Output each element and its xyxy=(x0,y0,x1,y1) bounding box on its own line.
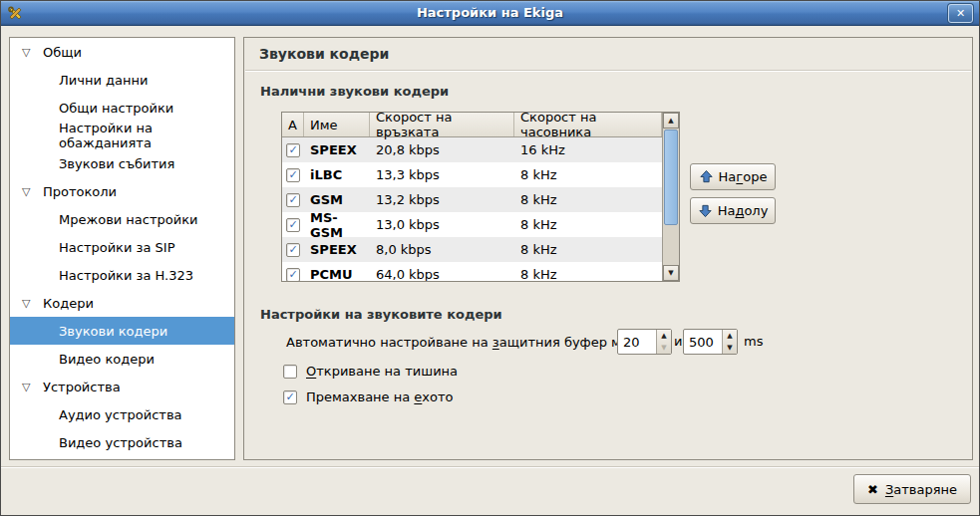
codec-active-checkbox[interactable]: ✓ xyxy=(286,193,300,207)
echo-cancellation-checkbox[interactable]: ✓ xyxy=(283,390,297,404)
check-icon: ✓ xyxy=(288,168,297,181)
sidebar-item-audio-codecs[interactable]: Звукови кодери xyxy=(10,317,234,345)
check-icon: ✓ xyxy=(285,390,294,403)
silence-detection-checkbox[interactable] xyxy=(283,365,297,379)
sidebar-item-general-group[interactable]: ▽Общи xyxy=(10,38,234,66)
move-down-label: Надолу xyxy=(718,203,769,218)
table-row[interactable]: ✓ iLBC 13,3 kbps 8 kHz xyxy=(282,162,662,187)
codec-active-checkbox[interactable]: ✓ xyxy=(286,218,300,232)
sidebar-item-label: Аудио устройства xyxy=(59,407,182,422)
codec-bitrate: 20,8 kbps xyxy=(370,142,514,157)
jitter-max-spinner: ▲ ▼ xyxy=(683,329,738,355)
spin-down-icon[interactable]: ▼ xyxy=(657,342,671,354)
move-up-label: Нагоре xyxy=(719,169,768,184)
sidebar-item-label: Кодери xyxy=(43,296,94,311)
codec-bitrate: 64,0 kbps xyxy=(370,267,514,282)
expander-icon[interactable]: ▽ xyxy=(22,47,36,58)
spin-up-icon[interactable]: ▲ xyxy=(657,330,671,342)
codec-bitrate: 13,3 kbps xyxy=(370,167,514,182)
table-row[interactable]: ✓ GSM 13,2 kbps 8 kHz xyxy=(282,187,662,212)
column-header-active[interactable]: A xyxy=(282,113,304,136)
table-row[interactable]: ✓ SPEEX 8,0 kbps 8 kHz xyxy=(282,237,662,262)
sidebar-item-video-devices[interactable]: Видео устройства xyxy=(10,428,234,456)
sidebar-item-video-codecs[interactable]: Видео кодери xyxy=(10,345,234,373)
codec-clockrate: 8 kHz xyxy=(514,267,662,282)
check-icon: ✓ xyxy=(288,218,297,231)
sidebar-item-label: Видео кодери xyxy=(59,352,155,367)
codec-active-checkbox[interactable]: ✓ xyxy=(286,168,300,182)
echo-cancellation-label: Премахване на ехото xyxy=(306,389,454,404)
sidebar-item-general-settings[interactable]: Общи настройки xyxy=(10,94,234,122)
codecs-section-title: Налични звукови кодери xyxy=(260,84,449,99)
codec-name: PCMU xyxy=(304,267,370,282)
expander-icon[interactable]: ▽ xyxy=(22,186,36,197)
codec-clockrate: 16 kHz xyxy=(514,142,662,157)
table-row[interactable]: ✓ SPEEX 20,8 kbps 16 kHz xyxy=(282,137,662,162)
sidebar-item-label: Протоколи xyxy=(43,184,117,199)
sidebar-item-call-options[interactable]: Настройки на обажданията xyxy=(10,122,234,149)
codec-name: SPEEX xyxy=(304,142,370,157)
window-title: Настройки на Ekiga xyxy=(1,5,979,20)
codec-bitrate: 13,2 kbps xyxy=(370,192,514,207)
up-arrow-icon xyxy=(699,169,714,184)
silence-detection-label: Откриване на тишина xyxy=(306,364,458,379)
sidebar-item-audio-devices[interactable]: Аудио устройства xyxy=(10,400,234,428)
sidebar-item-label: Общи настройки xyxy=(59,101,173,116)
codec-table: A Име Скорост на връзката Скорост на час… xyxy=(281,112,680,282)
sidebar-item-label: Настройки на обажданията xyxy=(59,121,234,150)
close-icon[interactable]: ✕ xyxy=(948,4,973,23)
scroll-up-icon[interactable]: ▲ xyxy=(663,113,679,129)
expander-icon[interactable]: ▽ xyxy=(22,298,36,309)
column-header-bitrate[interactable]: Скорост на връзката xyxy=(370,113,514,136)
codec-active-checkbox[interactable]: ✓ xyxy=(286,143,300,157)
codec-active-checkbox[interactable]: ✓ xyxy=(286,268,300,282)
spin-up-icon[interactable]: ▲ xyxy=(723,330,737,342)
close-x-icon: ✖ xyxy=(867,482,878,497)
table-row[interactable]: ✓ PCMU 64,0 kbps 8 kHz xyxy=(282,262,662,282)
codec-name: iLBC xyxy=(304,167,370,182)
sidebar-item-personal-data[interactable]: Лични данни xyxy=(10,66,234,94)
close-dialog-button[interactable]: ✖ Затваряне xyxy=(853,474,971,504)
check-icon: ✓ xyxy=(288,243,297,256)
move-down-button[interactable]: Надолу xyxy=(690,197,776,224)
sidebar-item-label: Устройства xyxy=(43,380,121,394)
table-scrollbar[interactable]: ▲ ▼ xyxy=(662,113,679,281)
codec-clockrate: 8 kHz xyxy=(514,167,662,182)
sidebar-item-label: Настройки за SIP xyxy=(59,240,175,255)
sidebar-item-network-settings[interactable]: Мрежови настройки xyxy=(10,205,234,233)
sidebar-item-devices-group[interactable]: ▽Устройства xyxy=(10,373,234,400)
sidebar-item-codecs-group[interactable]: ▽Кодери xyxy=(10,289,234,317)
scroll-down-icon[interactable]: ▼ xyxy=(663,265,679,281)
codec-name: GSM xyxy=(304,192,370,207)
codec-name: SPEEX xyxy=(304,242,370,257)
main-panel: Звукови кодери Налични звукови кодери A … xyxy=(243,37,973,460)
jitter-min-input[interactable] xyxy=(618,330,656,354)
table-row[interactable]: ✓ MS-GSM 13,0 kbps 8 kHz xyxy=(282,212,662,237)
scrollbar-thumb[interactable] xyxy=(664,129,678,225)
sidebar-item-label: Мрежови настройки xyxy=(59,212,198,227)
move-up-button[interactable]: Нагоре xyxy=(690,163,776,190)
check-icon: ✓ xyxy=(288,268,297,281)
column-header-clockrate[interactable]: Скорост на часовника xyxy=(514,113,662,136)
titlebar[interactable]: Настройки на Ekiga ✕ xyxy=(1,1,979,26)
spin-down-icon[interactable]: ▼ xyxy=(723,342,737,354)
codec-clockrate: 8 kHz xyxy=(514,242,662,257)
sidebar-item-label: Настройки за H.323 xyxy=(59,268,193,283)
sidebar-item-h323-settings[interactable]: Настройки за H.323 xyxy=(10,261,234,289)
sidebar-item-label: Звукови кодери xyxy=(59,324,167,339)
jitter-conjunction-label: и xyxy=(674,334,682,349)
codec-table-header: A Име Скорост на връзката Скорост на час… xyxy=(282,113,662,137)
sidebar-item-protocols-group[interactable]: ▽Протоколи xyxy=(10,177,234,205)
column-header-name[interactable]: Име xyxy=(304,113,370,136)
expander-icon[interactable]: ▽ xyxy=(22,382,36,392)
sidebar-item-label: Звукови събития xyxy=(59,156,174,171)
codec-bitrate: 13,0 kbps xyxy=(370,217,514,232)
sidebar-item-sip-settings[interactable]: Настройки за SIP xyxy=(10,233,234,261)
jitter-unit-label: ms xyxy=(744,334,763,349)
sidebar-item-sound-events[interactable]: Звукови събития xyxy=(10,149,234,177)
jitter-buffer-label: Автоматично настройване на защитния буфе… xyxy=(286,335,657,350)
page-title: Звукови кодери xyxy=(259,46,389,62)
jitter-max-input[interactable] xyxy=(684,330,722,354)
check-icon: ✓ xyxy=(288,143,297,156)
codec-active-checkbox[interactable]: ✓ xyxy=(286,243,300,257)
